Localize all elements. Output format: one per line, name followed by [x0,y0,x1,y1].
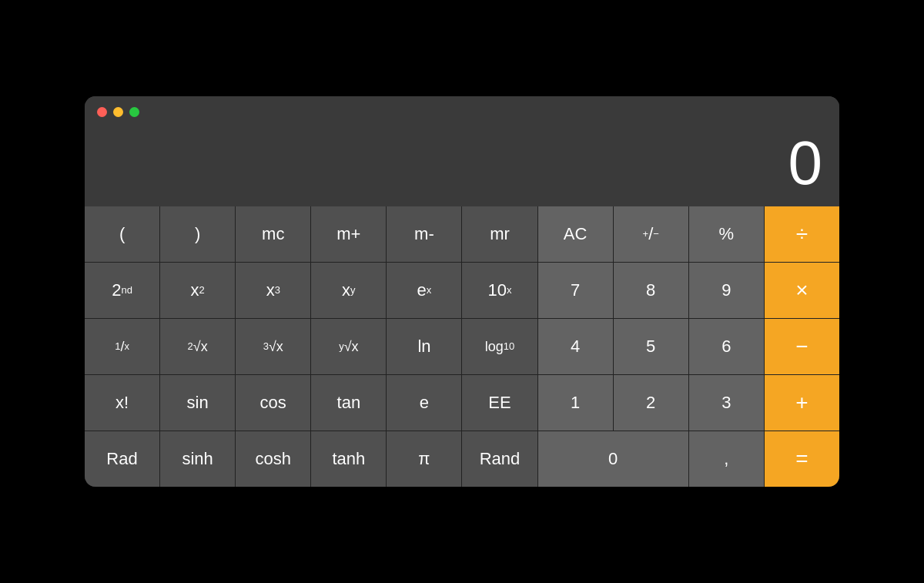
m-minus-button[interactable]: m- [387,206,461,262]
tan-button[interactable]: tan [311,375,386,431]
x-squared-button[interactable]: x2 [160,263,235,318]
e-to-x-button[interactable]: ex [387,263,461,318]
zero-button[interactable]: 0 [538,431,688,487]
ln-button[interactable]: ln [387,319,461,374]
ee-button[interactable]: EE [462,375,537,431]
open-paren-button[interactable]: ( [85,206,159,262]
display-value: 0 [103,132,821,194]
nine-button[interactable]: 9 [689,263,764,318]
close-paren-button[interactable]: ) [160,206,235,262]
sinh-button[interactable]: sinh [160,431,235,487]
one-button[interactable]: 1 [538,375,613,431]
mc-button[interactable]: mc [236,206,310,262]
x-cubed-button[interactable]: x3 [236,263,310,318]
pi-button[interactable]: π [387,431,461,487]
close-button[interactable] [97,107,107,117]
two-button[interactable]: 2 [614,375,688,431]
equals-button[interactable]: = [765,431,839,487]
rand-button[interactable]: Rand [462,431,537,487]
three-button[interactable]: 3 [689,375,764,431]
decimal-button[interactable]: , [689,431,764,487]
second-button[interactable]: 2nd [85,263,159,318]
multiply-button[interactable]: × [765,263,839,318]
percent-button[interactable]: % [689,206,764,262]
m-plus-button[interactable]: m+ [311,206,386,262]
sin-button[interactable]: sin [160,375,235,431]
seven-button[interactable]: 7 [538,263,613,318]
divide-button[interactable]: ÷ [765,206,839,262]
euler-button[interactable]: e [387,375,461,431]
keypad: ( ) mc m+ m- mr AC +/− % ÷ 2nd x2 x3 xy … [85,206,839,487]
cos-button[interactable]: cos [236,375,310,431]
tanh-button[interactable]: tanh [311,431,386,487]
five-button[interactable]: 5 [614,319,688,374]
y-root-button[interactable]: y√x [311,319,386,374]
cosh-button[interactable]: cosh [236,431,310,487]
titlebar [85,96,839,125]
minimize-button[interactable] [113,107,123,117]
display: 0 [85,125,839,206]
ac-button[interactable]: AC [538,206,613,262]
eight-button[interactable]: 8 [614,263,688,318]
maximize-button[interactable] [129,107,139,117]
calculator-window: 0 ( ) mc m+ m- mr AC +/− % ÷ 2nd x2 x3 x… [85,96,839,487]
factorial-button[interactable]: x! [85,375,159,431]
one-over-x-button[interactable]: 1/x [85,319,159,374]
add-button[interactable]: + [765,375,839,431]
rad-button[interactable]: Rad [85,431,159,487]
cube-root-button[interactable]: 3√x [236,319,310,374]
square-root-button[interactable]: 2√x [160,319,235,374]
ten-to-x-button[interactable]: 10x [462,263,537,318]
mr-button[interactable]: mr [462,206,537,262]
six-button[interactable]: 6 [689,319,764,374]
x-to-y-button[interactable]: xy [311,263,386,318]
plus-minus-button[interactable]: +/− [614,206,688,262]
log10-button[interactable]: log10 [462,319,537,374]
four-button[interactable]: 4 [538,319,613,374]
subtract-button[interactable]: − [765,319,839,374]
